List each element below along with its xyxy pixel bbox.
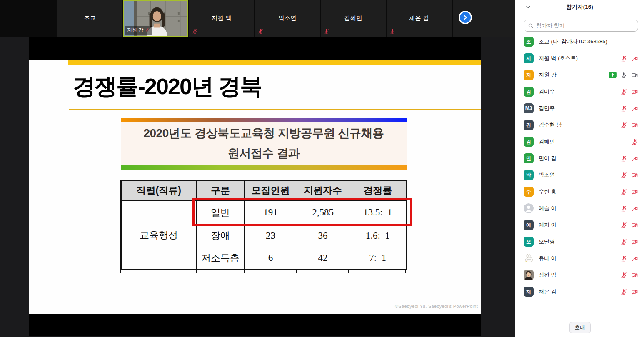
mic-off-icon: [631, 138, 638, 145]
video-on-icon: [631, 72, 638, 79]
participant-tile[interactable]: 김혜민: [321, 0, 386, 37]
slide-credit: ©Saebyeol Yu. Saebyeol's PowerPoint: [395, 304, 478, 309]
gradient-bar-bottom: [121, 165, 407, 170]
gradient-bar-top: [121, 118, 407, 122]
mic-off-icon: [389, 28, 395, 34]
status-icons: [609, 72, 638, 79]
video-tile[interactable]: 지원 강: [123, 0, 188, 37]
participant-row[interactable]: 박박소연: [515, 167, 644, 183]
video-off-icon: [631, 205, 638, 212]
participant-row[interactable]: 지지원 백 (호스트): [515, 50, 644, 67]
video-off-icon: [631, 88, 638, 95]
participant-row[interactable]: 예슬 이: [515, 200, 644, 217]
participant-name: 수빈 홍: [539, 188, 620, 195]
participant-name: 유나 이: [539, 255, 620, 262]
avatar: 김: [524, 120, 534, 130]
mic-off-icon: [620, 88, 627, 95]
video-off-icon: [631, 222, 638, 229]
mic-off-icon: [620, 188, 627, 195]
participant-name: 조교 (나, 참가자 ID: 363585): [539, 38, 638, 45]
mic-off-icon: [620, 222, 627, 229]
mic-off-icon: [620, 288, 627, 295]
participant-name: 오달영: [539, 238, 620, 245]
participant-row[interactable]: 유나 이: [515, 250, 644, 267]
video-off-icon: [631, 288, 638, 295]
video-off-icon: [631, 188, 638, 195]
participant-name: 정완 임: [539, 271, 620, 279]
mic-off-icon: [145, 28, 150, 32]
mic-off-icon: [620, 155, 627, 162]
tile-name: 채은 김: [409, 15, 429, 22]
slide-divider: [69, 109, 481, 110]
next-videos-button[interactable]: [459, 11, 472, 24]
mic-off-icon: [620, 272, 627, 279]
participant-search-box[interactable]: [524, 20, 638, 32]
mic-on-icon: [620, 72, 627, 79]
table-header-row: 직렬(직류)구분모집인원지원자수경쟁률: [121, 180, 407, 201]
participant-tile[interactable]: 지원 백: [189, 0, 254, 37]
table-header-cell: 경쟁률: [349, 180, 407, 201]
table-cell-category: 장애: [197, 225, 245, 247]
participant-row[interactable]: 김김수현 남: [515, 117, 644, 133]
participant-name: 김수현 남: [539, 121, 620, 129]
participant-name: 민아 김: [539, 155, 620, 162]
tile-name: 박소연: [278, 15, 297, 22]
invite-button[interactable]: 초대: [569, 322, 591, 333]
participant-tile[interactable]: 채은 김: [387, 0, 452, 37]
participant-name: 예슬 이: [539, 205, 620, 212]
video-off-icon: [631, 122, 638, 129]
status-icons: [620, 188, 638, 195]
table-header-cell: 구분: [197, 180, 245, 201]
search-input[interactable]: [536, 22, 634, 29]
screen-share-area: 경쟁률-2020년 경북 2020년도 경상북도교육청 지방공무원 신규채용 원…: [29, 37, 481, 336]
participant-row[interactable]: 김김미수: [515, 83, 644, 100]
avatar: 박: [524, 170, 534, 180]
participant-row[interactable]: 예예지 이: [515, 217, 644, 233]
video-off-icon: [631, 155, 638, 162]
photo-avatar: [524, 270, 534, 280]
avatar: 지: [524, 70, 534, 80]
participant-row[interactable]: 민민아 김: [515, 150, 644, 167]
participant-row[interactable]: 김김혜민: [515, 133, 644, 150]
zoom-app-window: 조교지원 강지원 백박소연김혜민채은 김 경쟁률-2020년 경북 2020년도…: [0, 0, 644, 337]
slide-title: 경쟁률-2020년 경북: [73, 75, 262, 98]
participant-row[interactable]: M3김민주: [515, 100, 644, 117]
avatar: 조: [524, 37, 534, 47]
participant-row[interactable]: 채채은 김: [515, 283, 644, 300]
invite-bar: 초대: [515, 318, 644, 337]
mic-off-icon: [192, 28, 198, 34]
participant-name: 김미수: [539, 88, 620, 95]
participant-row[interactable]: 오오달영: [515, 233, 644, 250]
participant-tile[interactable]: 박소연: [255, 0, 320, 37]
table-cell-ratio: 7: 1: [349, 247, 407, 270]
status-icons: [620, 222, 638, 229]
mic-off-icon: [258, 28, 264, 34]
status-icons: [620, 172, 638, 179]
status-icons: [620, 238, 638, 245]
video-off-icon: [631, 238, 638, 245]
avatar: 수: [524, 187, 534, 197]
video-off-icon: [631, 105, 638, 112]
tile-name: 지원 백: [212, 15, 232, 22]
participant-tile[interactable]: 조교: [57, 0, 122, 37]
participants-title: 참가자(16): [566, 3, 593, 11]
participant-row[interactable]: 조조교 (나, 참가자 ID: 363585): [515, 33, 644, 50]
status-icons: [620, 205, 638, 212]
video-off-icon: [631, 255, 638, 262]
table-cell-positions: 6: [245, 247, 297, 270]
status-icons: [620, 255, 638, 262]
participant-row[interactable]: 수수빈 홍: [515, 183, 644, 200]
participant-name: 박소연: [539, 171, 620, 179]
participant-row[interactable]: 지지원 강: [515, 67, 644, 83]
participant-name: 지원 강: [539, 71, 609, 79]
highlight-box: [192, 198, 412, 226]
table-cell-ratio: 1.6: 1: [349, 225, 407, 247]
table-header-cell: 모집인원: [245, 180, 297, 201]
table-group-cell: 교육행정: [121, 201, 197, 270]
chevron-down-icon[interactable]: [525, 4, 531, 10]
tile-name: 김혜민: [344, 15, 362, 22]
status-icons: [620, 272, 638, 279]
mic-off-icon: [620, 105, 627, 112]
participant-row[interactable]: 정완 임: [515, 267, 644, 283]
mic-off-icon: [620, 238, 627, 245]
